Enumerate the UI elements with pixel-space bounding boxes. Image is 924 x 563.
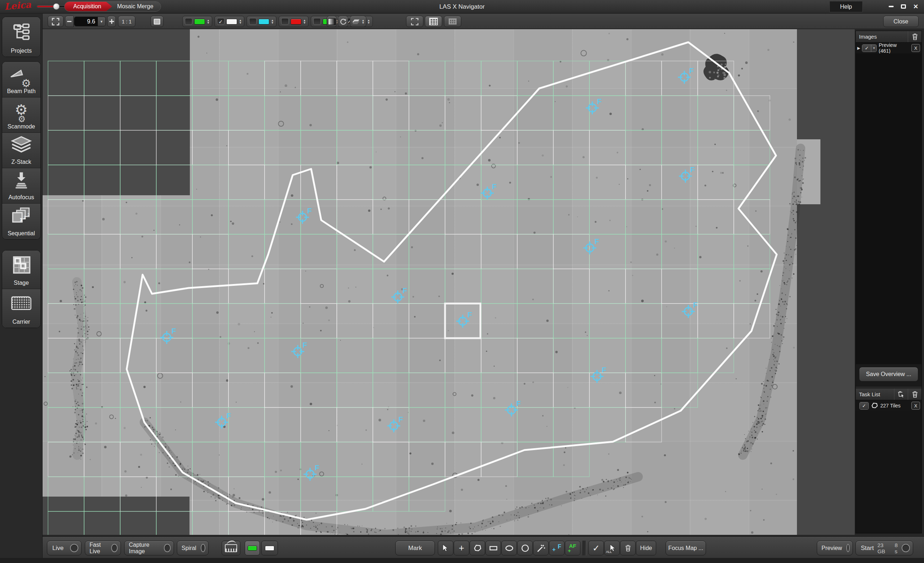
- add-autofocus-button[interactable]: AF +: [565, 541, 580, 556]
- task-row-tiles[interactable]: ✓ 227 Tiles X: [856, 400, 921, 411]
- white-channel-button[interactable]: [261, 541, 278, 556]
- dropdown-icon[interactable]: ▼: [871, 45, 876, 52]
- zoom-dropdown[interactable]: ▼: [98, 17, 105, 26]
- start-button[interactable]: Start 23 GB 8 s: [855, 541, 913, 556]
- compact-grid-button[interactable]: [444, 16, 461, 27]
- top-toolbar: 9.6 ▼ 1 : 1 ▲▼✓▲▼▲▼▲▼▲▼✓▲▼ ▲▼ Close: [43, 14, 924, 29]
- mark-button[interactable]: Mark: [395, 541, 435, 556]
- blend-mode-button[interactable]: ▲▼: [350, 16, 366, 27]
- sidebar-item-beam-path[interactable]: ⚙ Beam Path: [2, 62, 40, 97]
- delete-tool-button[interactable]: [620, 541, 636, 556]
- visibility-combo[interactable]: ✓ ▼: [862, 44, 877, 52]
- svg-text:F: F: [226, 412, 231, 420]
- capture-image-button[interactable]: Capture Image: [124, 541, 174, 556]
- blend-spinner[interactable]: ▲▼: [362, 19, 364, 24]
- select-all-button[interactable]: ALL: [604, 541, 620, 556]
- zoom-out-button[interactable]: [65, 16, 74, 27]
- region-polygon-icon: [871, 402, 879, 409]
- tab-acquisition[interactable]: Acquisition: [64, 2, 112, 11]
- green-swatch: [248, 546, 257, 551]
- gradient-lut-button[interactable]: [327, 16, 337, 27]
- slider-knob[interactable]: [53, 3, 60, 10]
- delete-all-tasks-button[interactable]: [908, 389, 921, 400]
- fullframe-button[interactable]: [406, 16, 423, 27]
- svg-text:F: F: [689, 66, 694, 75]
- refresh-button[interactable]: [338, 16, 348, 27]
- channel-color-swatch[interactable]: [291, 19, 302, 24]
- select-tool-button[interactable]: [438, 541, 453, 556]
- zoom-in-button[interactable]: [107, 16, 116, 27]
- preview-image-row[interactable]: ▶ ✓ ▼ Preview (461) X: [856, 43, 921, 53]
- sidebar-item-z-stack[interactable]: Z-Stack: [2, 133, 40, 168]
- check-icon[interactable]: ✓: [860, 403, 868, 409]
- channel-color-swatch[interactable]: [258, 19, 269, 24]
- remove-task-button[interactable]: X: [911, 402, 920, 410]
- svg-text:F: F: [303, 341, 307, 349]
- channel-color-swatch[interactable]: [194, 19, 205, 24]
- channel-checkbox[interactable]: [185, 18, 192, 25]
- check-icon[interactable]: ✓: [862, 45, 871, 52]
- svg-text:F: F: [402, 286, 407, 295]
- hide-button[interactable]: Hide: [636, 541, 656, 556]
- expander-icon[interactable]: ▶: [857, 46, 860, 51]
- help-button[interactable]: Help: [830, 1, 862, 12]
- sidebar-item-stage[interactable]: Stage: [2, 250, 40, 289]
- sidebar-item-autofocus[interactable]: Autofocus: [2, 168, 40, 204]
- add-position-tool-button[interactable]: +: [454, 541, 469, 556]
- focus-map-button[interactable]: Focus Map ...: [666, 541, 706, 556]
- live-indicator: [70, 544, 78, 552]
- channel-spinner[interactable]: ▲▼: [239, 19, 242, 24]
- channel-group-2[interactable]: ✓▲▼: [214, 16, 244, 27]
- magic-wand-tool-button[interactable]: [533, 541, 549, 556]
- channel-spinner[interactable]: ▲▼: [368, 19, 370, 24]
- live-button[interactable]: Live: [47, 541, 82, 556]
- validate-button[interactable]: ✓: [588, 541, 604, 556]
- focus-strip-button[interactable]: [222, 541, 240, 556]
- delete-selected-task-button[interactable]: [894, 389, 908, 400]
- show-tiles-button[interactable]: [425, 16, 442, 27]
- spiral-indicator: [201, 544, 206, 552]
- channel-spinner[interactable]: ▲▼: [303, 19, 306, 24]
- fast-live-button[interactable]: Fast Live: [85, 541, 121, 556]
- channel-group-3[interactable]: ▲▼: [246, 16, 276, 27]
- channel-checkbox[interactable]: ✓: [217, 18, 225, 25]
- minimize-button[interactable]: [886, 3, 896, 10]
- channel-spinner[interactable]: ▲▼: [271, 19, 274, 24]
- sidebar-item-scanmode[interactable]: ⚙ ⚙ Scanmode: [2, 97, 40, 133]
- channel-group-4[interactable]: ▲▼: [279, 16, 309, 27]
- channel-color-swatch[interactable]: [226, 19, 237, 24]
- rectangle-tool-button[interactable]: [486, 541, 501, 556]
- fit-view-button[interactable]: [48, 16, 63, 27]
- polygon-tool-button[interactable]: [470, 541, 485, 556]
- sidebar-item-sequential[interactable]: 1 2 3 Sequential: [2, 204, 40, 239]
- remove-preview-button[interactable]: X: [911, 44, 920, 52]
- toolbar-divider: [582, 541, 586, 556]
- circle-tool-button[interactable]: [517, 541, 533, 556]
- green-channel-button[interactable]: [245, 541, 260, 556]
- add-focus-point-button[interactable]: F +: [549, 541, 564, 556]
- sidebar-item-projects[interactable]: Projects: [2, 17, 40, 57]
- svg-text:1: 1: [20, 217, 22, 222]
- ellipse-tool-button[interactable]: [501, 541, 517, 556]
- sidebar-item-carrier[interactable]: Carrier: [2, 289, 40, 328]
- stage-overview-canvas[interactable]: FFFFFFFFFFFFFFFF: [43, 29, 855, 535]
- spiral-button[interactable]: Spiral: [177, 541, 208, 556]
- preview-button[interactable]: Preview: [817, 541, 853, 556]
- maximize-button[interactable]: [899, 3, 908, 10]
- blend-icon: [351, 18, 360, 25]
- save-overview-button[interactable]: Save Overview ...: [859, 367, 918, 382]
- overview-rect-button[interactable]: [150, 16, 164, 27]
- channel-checkbox[interactable]: [313, 18, 321, 25]
- channel-spinner[interactable]: ▲▼: [207, 19, 210, 24]
- task-check[interactable]: ✓: [860, 402, 869, 410]
- tab-mosaic-merge[interactable]: Mosaic Merge: [106, 2, 160, 11]
- close-window-button[interactable]: ✕: [911, 3, 920, 10]
- channel-checkbox[interactable]: [249, 18, 256, 25]
- svg-text:F: F: [467, 310, 472, 319]
- close-navigator-button[interactable]: Close: [883, 16, 919, 27]
- channel-group-1[interactable]: ▲▼: [182, 16, 212, 27]
- zoom-value-box[interactable]: 9.6 ▼: [74, 16, 106, 26]
- channel-checkbox[interactable]: [281, 18, 289, 25]
- zoom-1to1-button[interactable]: 1 : 1: [118, 16, 135, 27]
- delete-images-button[interactable]: [908, 31, 921, 42]
